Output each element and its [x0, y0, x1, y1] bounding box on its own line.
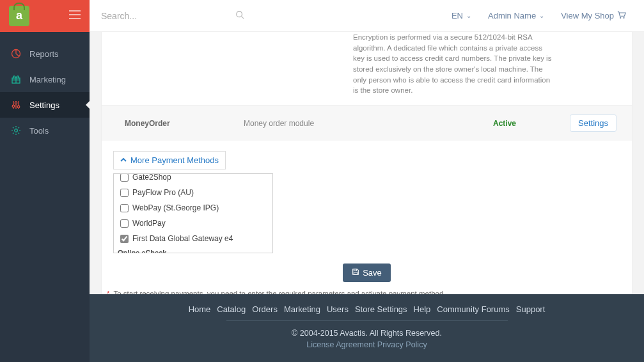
search-wrap [90, 10, 256, 21]
footer-link[interactable]: Marketing [283, 304, 322, 314]
method-option[interactable]: Gate2Shop [114, 173, 272, 185]
chevron-up-icon [120, 155, 127, 165]
sliders-icon [10, 100, 22, 110]
sidebar-item-label: Marketing [29, 75, 66, 84]
save-button[interactable]: Save [343, 264, 391, 282]
chevron-down-icon: ⌄ [539, 12, 544, 19]
svg-point-9 [15, 129, 18, 132]
footer-link[interactable]: Help [412, 304, 432, 314]
method-option[interactable]: WebPay (St.George IPG) [114, 200, 272, 216]
footer-links: Home Catalog Orders Marketing Users Stor… [187, 304, 547, 314]
payment-row-moneyorder: MoneyOrder Money order module Active Set… [102, 105, 632, 141]
svg-point-6 [12, 105, 15, 107]
topbar-brand: a [0, 0, 90, 32]
method-option[interactable]: PayFlow Pro (AU) [114, 185, 272, 200]
save-label: Save [363, 268, 382, 278]
view-shop-label: View My Shop [561, 11, 614, 20]
save-row: Save [102, 253, 632, 287]
required-asterisk: * [107, 290, 109, 294]
method-checkbox[interactable] [120, 204, 129, 212]
hint: * To start receiving payments, you need … [102, 287, 632, 294]
footer-link[interactable]: Store Settings [354, 304, 409, 314]
lang-label: EN [452, 11, 463, 20]
sidebar-item-label: Settings [29, 100, 59, 110]
payment-settings-button[interactable]: Settings [570, 114, 617, 132]
method-checkbox[interactable] [120, 173, 129, 182]
hamburger-icon[interactable] [69, 10, 81, 21]
footer-legal: License Agreement Privacy Policy [306, 340, 427, 349]
admin-menu[interactable]: Admin Name ⌄ [488, 11, 544, 20]
sidebar-item-label: Reports [29, 49, 59, 59]
gear-icon [10, 125, 22, 136]
footer-link[interactable]: Community Forums [436, 304, 510, 314]
method-option[interactable]: First Data Global Gateway e4 [114, 231, 272, 246]
method-checkbox[interactable] [120, 235, 129, 243]
logo[interactable]: a [9, 6, 29, 26]
method-checkbox[interactable] [120, 219, 129, 228]
svg-point-8 [17, 106, 20, 108]
footer-link[interactable]: Users [326, 304, 350, 314]
topbar-right: EN ⌄ Admin Name ⌄ View My Shop [452, 11, 644, 21]
footer-link[interactable]: Support [515, 304, 547, 314]
method-label: WorldPay [132, 219, 166, 228]
sidebar-item-marketing[interactable]: Marketing [0, 67, 90, 92]
main-content: Encryption is performed via a secure 512… [90, 32, 644, 294]
methods-heading: Online eCheck [114, 246, 272, 253]
svg-line-1 [242, 17, 244, 19]
svg-point-2 [620, 17, 621, 18]
svg-point-7 [15, 102, 17, 104]
privacy-link[interactable]: Privacy Policy [377, 340, 427, 349]
method-label: WebPay (St.George IPG) [132, 203, 219, 212]
payment-desc: Money order module [244, 119, 493, 128]
method-label: First Data Global Gateway e4 [132, 234, 233, 243]
view-shop-link[interactable]: View My Shop [561, 11, 626, 21]
more-methods-label: More Payment Methods [130, 155, 219, 165]
footer-link[interactable]: Orders [251, 304, 279, 314]
svg-rect-10 [354, 269, 357, 271]
svg-point-3 [623, 17, 624, 18]
method-label: PayFlow Pro (AU) [132, 188, 194, 197]
more-methods: More Payment Methods Gate2Shop PayFlow P… [102, 141, 632, 253]
footer-link[interactable]: Catalog [216, 304, 247, 314]
method-option[interactable]: WorldPay [114, 216, 272, 231]
payment-name: MoneyOrder [125, 119, 244, 128]
footer-link[interactable]: Home [187, 304, 212, 314]
sidebar-item-tools[interactable]: Tools [0, 118, 90, 143]
sidebar-item-reports[interactable]: Reports [0, 41, 90, 67]
footer-copyright: © 2004-2015 Avactis. All Rights Reserved… [292, 329, 442, 338]
lang-switcher[interactable]: EN ⌄ [452, 11, 471, 20]
search-icon[interactable] [235, 10, 244, 21]
chevron-down-icon: ⌄ [466, 12, 471, 19]
footer: Home Catalog Orders Marketing Users Stor… [90, 294, 644, 362]
topbar: a EN ⌄ Admin Name ⌄ View My Shop [0, 0, 644, 32]
license-link[interactable]: License Agreement [306, 340, 375, 349]
method-checkbox[interactable] [120, 189, 129, 197]
method-label: Gate2Shop [132, 173, 171, 182]
pie-icon [10, 49, 22, 59]
cc-description: Encryption is performed via a secure 512… [102, 32, 572, 105]
sidebar-item-settings[interactable]: Settings [0, 92, 90, 118]
admin-label: Admin Name [488, 11, 536, 20]
more-methods-toggle[interactable]: More Payment Methods [113, 151, 226, 169]
sidebar-item-label: Tools [29, 126, 49, 136]
cart-icon [617, 11, 626, 21]
methods-listbox[interactable]: Gate2Shop PayFlow Pro (AU) WebPay (St.Ge… [113, 173, 273, 253]
payment-panel: Encryption is performed via a secure 512… [101, 32, 632, 294]
save-icon [352, 268, 359, 278]
footer-divider [226, 320, 508, 321]
gift-icon [10, 74, 22, 84]
payment-status: Active [493, 119, 570, 128]
search-input[interactable] [101, 11, 216, 21]
sidebar: Reports Marketing Settings Tools [0, 32, 90, 362]
hint-text: To start receiving payments, you need to… [113, 290, 445, 294]
svg-point-0 [237, 12, 242, 17]
